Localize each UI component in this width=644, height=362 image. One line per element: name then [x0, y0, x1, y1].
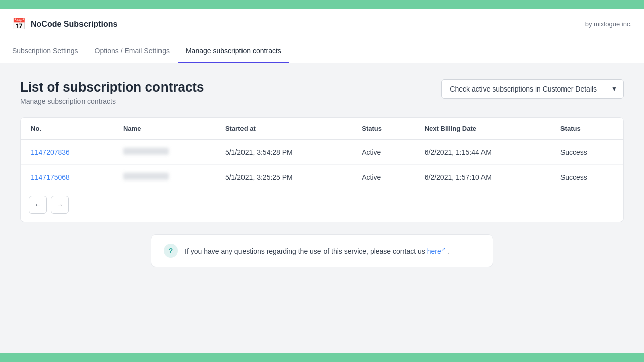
row1-next-billing: 6/2/2021, 1:15:44 AM: [415, 140, 550, 165]
prev-page-button[interactable]: ←: [29, 196, 47, 214]
dropdown-arrow-icon: ▼: [605, 80, 623, 98]
next-page-button[interactable]: →: [51, 196, 69, 214]
row2-result: Success: [550, 165, 623, 190]
pagination: ← →: [21, 190, 623, 222]
table-head: No. Name Started at Status Next Billing …: [21, 118, 623, 140]
row2-no[interactable]: 1147175068: [21, 165, 113, 190]
col-status: Status: [352, 118, 414, 140]
page-subtitle: Manage subscription contracts: [20, 97, 204, 105]
contracts-table: No. Name Started at Status Next Billing …: [21, 118, 623, 190]
app-logo-icon: 📅: [12, 18, 26, 31]
table-row: 1147175068 5/1/2021, 3:25:25 PM Active 6…: [21, 165, 623, 190]
col-name: Name: [113, 118, 215, 140]
main-content: List of subscription contracts Manage su…: [0, 63, 644, 353]
page-header-left: List of subscription contracts Manage su…: [20, 79, 204, 105]
row1-name: [113, 140, 215, 165]
footer-message: If you have any questions regarding the …: [185, 246, 449, 255]
navigation: Subscription Settings Options / Email Se…: [0, 39, 644, 63]
row2-status: Active: [352, 165, 414, 190]
row1-result: Success: [550, 140, 623, 165]
app-header: 📅 NoCode Subscriptions by mixlogue inc.: [0, 9, 644, 39]
page-header: List of subscription contracts Manage su…: [20, 79, 624, 105]
table-row: 1147207836 5/1/2021, 3:54:28 PM Active 6…: [21, 140, 623, 165]
page-title: List of subscription contracts: [20, 79, 204, 95]
bottom-bar: [0, 353, 644, 362]
row1-no[interactable]: 1147207836: [21, 140, 113, 165]
table-body: 1147207836 5/1/2021, 3:54:28 PM Active 6…: [21, 140, 623, 190]
col-no: No.: [21, 118, 113, 140]
external-link-icon: ↗: [441, 246, 445, 252]
row2-started-at: 5/1/2021, 3:25:25 PM: [215, 165, 352, 190]
row1-status: Active: [352, 140, 414, 165]
col-next-billing: Next Billing Date: [415, 118, 550, 140]
footer-contact-link[interactable]: here↗: [427, 247, 447, 255]
table-header-row: No. Name Started at Status Next Billing …: [21, 118, 623, 140]
row2-next-billing: 6/2/2021, 1:57:10 AM: [415, 165, 550, 190]
header-logo-area: 📅 NoCode Subscriptions: [12, 18, 117, 31]
header-byline: by mixlogue inc.: [585, 20, 632, 28]
app-title: NoCode Subscriptions: [31, 20, 117, 29]
nav-manage-contracts[interactable]: Manage subscription contracts: [178, 40, 289, 63]
col-started-at: Started at: [215, 118, 352, 140]
contracts-table-container: No. Name Started at Status Next Billing …: [20, 117, 624, 222]
dropdown-label: Check active subscriptions in Customer D…: [442, 80, 605, 98]
col-status2: Status: [550, 118, 623, 140]
help-icon: ?: [164, 244, 178, 258]
top-bar: [0, 0, 644, 9]
row1-started-at: 5/1/2021, 3:54:28 PM: [215, 140, 352, 165]
customer-details-dropdown[interactable]: Check active subscriptions in Customer D…: [441, 79, 624, 99]
row2-name: [113, 165, 215, 190]
nav-options-email[interactable]: Options / Email Settings: [87, 40, 178, 63]
footer-note: ? If you have any questions regarding th…: [151, 234, 493, 267]
nav-subscription-settings[interactable]: Subscription Settings: [12, 40, 87, 63]
